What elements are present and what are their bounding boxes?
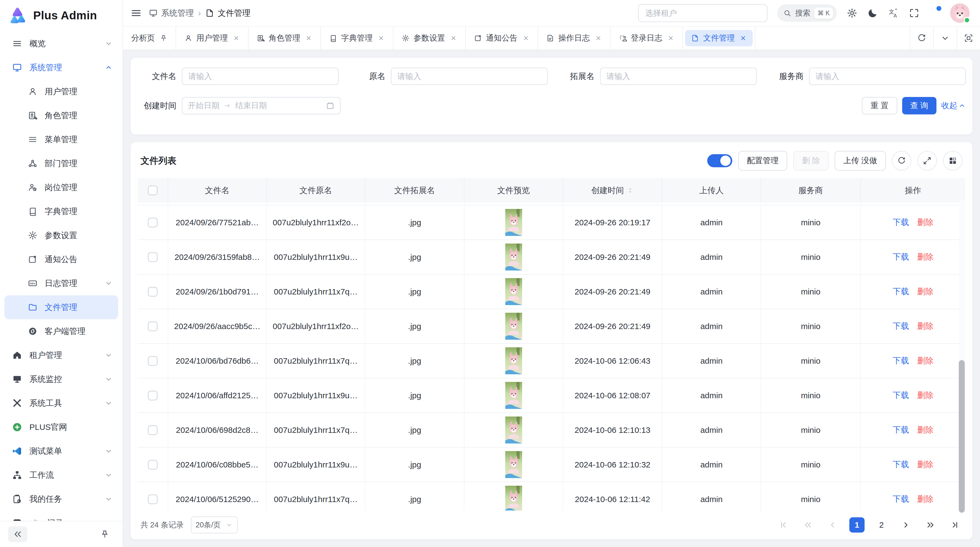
- page-tab[interactable]: 操作日志: [538, 27, 611, 49]
- download-link[interactable]: 下载: [892, 459, 909, 470]
- row-checkbox[interactable]: [148, 218, 158, 228]
- select-all-checkbox[interactable]: [148, 185, 158, 195]
- table-scrollbar-thumb[interactable]: [959, 360, 965, 513]
- delete-link[interactable]: 删除: [917, 217, 934, 228]
- sidebar-item[interactable]: 通知公告: [0, 247, 123, 271]
- column-header[interactable]: 上传人: [662, 178, 761, 203]
- file-preview-thumbnail[interactable]: [505, 244, 522, 271]
- tenant-select-input[interactable]: [638, 4, 767, 22]
- dark-mode-moon-icon[interactable]: [867, 8, 878, 19]
- page-tab[interactable]: 分析页: [123, 27, 176, 49]
- row-checkbox[interactable]: [148, 391, 158, 400]
- global-search-button[interactable]: 搜索 ⌘ K: [777, 4, 837, 22]
- sort-icon[interactable]: [627, 187, 634, 194]
- user-avatar[interactable]: [950, 3, 970, 23]
- pager-button[interactable]: 2: [874, 517, 889, 533]
- sidebar-item[interactable]: 参数设置: [0, 223, 123, 247]
- collapse-sidebar-button[interactable]: [8, 526, 27, 542]
- download-link[interactable]: 下载: [892, 217, 909, 228]
- filter-field-input[interactable]: [182, 67, 339, 85]
- delete-button[interactable]: 删 除: [793, 151, 829, 171]
- file-preview-thumbnail[interactable]: [505, 382, 522, 409]
- pin-icon[interactable]: [160, 34, 167, 42]
- refresh-tab-button[interactable]: [910, 27, 933, 49]
- column-header[interactable]: 创建时间: [563, 178, 662, 203]
- download-link[interactable]: 下载: [892, 355, 909, 367]
- file-preview-thumbnail[interactable]: [505, 313, 522, 340]
- sidebar-item[interactable]: 客户端管理: [0, 319, 123, 343]
- upload-button[interactable]: 上传 没做: [835, 151, 886, 171]
- page-tab[interactable]: 参数设置: [393, 27, 466, 49]
- sidebar-item[interactable]: 岗位管理: [0, 175, 123, 199]
- page-tab[interactable]: 文件管理: [683, 27, 756, 49]
- sidebar-item[interactable]: PLUS官网: [0, 415, 123, 439]
- language-translate-icon[interactable]: 文A: [888, 8, 899, 19]
- date-range-picker[interactable]: 开始日期 结束日期: [182, 97, 340, 115]
- download-link[interactable]: 下载: [892, 286, 909, 297]
- file-preview-thumbnail[interactable]: [505, 416, 522, 443]
- sidebar-item[interactable]: DEV 日志管理: [0, 271, 123, 295]
- delete-link[interactable]: 删除: [917, 459, 934, 470]
- pager-button[interactable]: [800, 517, 816, 533]
- pager-button[interactable]: [776, 517, 791, 533]
- pager-button[interactable]: [923, 517, 938, 533]
- sidebar-item[interactable]: 菜单管理: [0, 128, 123, 152]
- close-icon[interactable]: [450, 35, 457, 41]
- delete-link[interactable]: 删除: [917, 494, 934, 505]
- pin-sidebar-button[interactable]: [95, 526, 115, 542]
- close-icon[interactable]: [522, 35, 530, 41]
- file-preview-thumbnail[interactable]: [505, 347, 522, 374]
- reset-button[interactable]: 重 置: [862, 97, 897, 115]
- column-settings-button[interactable]: [943, 151, 963, 171]
- delete-link[interactable]: 删除: [917, 390, 934, 401]
- pager-button[interactable]: 1: [850, 517, 865, 533]
- sidebar-item[interactable]: 测试菜单: [0, 439, 123, 463]
- column-header[interactable]: 文件预览: [465, 178, 563, 203]
- row-checkbox[interactable]: [148, 321, 158, 331]
- close-icon[interactable]: [233, 35, 240, 41]
- sidebar-item[interactable]: 字典管理: [0, 199, 123, 223]
- collapse-filter-link[interactable]: 收起: [941, 100, 966, 111]
- download-link[interactable]: 下载: [892, 390, 909, 401]
- delete-link[interactable]: 删除: [917, 424, 934, 435]
- config-manage-button[interactable]: 配置管理: [738, 151, 787, 171]
- download-link[interactable]: 下载: [892, 424, 909, 435]
- row-checkbox[interactable]: [148, 460, 158, 470]
- row-checkbox[interactable]: [148, 287, 158, 297]
- sidebar-item[interactable]: 部门管理: [0, 152, 123, 175]
- filter-field-input[interactable]: [809, 67, 966, 85]
- download-link[interactable]: 下载: [892, 321, 909, 332]
- close-icon[interactable]: [377, 35, 385, 41]
- delete-link[interactable]: 删除: [917, 286, 934, 297]
- file-preview-thumbnail[interactable]: [505, 278, 522, 305]
- pager-button[interactable]: [947, 517, 963, 533]
- column-header[interactable]: 文件原名: [267, 178, 365, 203]
- sidebar-item[interactable]: 系统监控: [0, 367, 123, 391]
- sidebar-item[interactable]: 系统工具: [0, 391, 123, 415]
- sidebar-item[interactable]: 工作流: [0, 463, 123, 487]
- row-checkbox[interactable]: [148, 252, 158, 262]
- delete-link[interactable]: 删除: [917, 321, 934, 332]
- page-tab[interactable]: 字典管理: [321, 27, 393, 49]
- page-tab[interactable]: 角色管理: [248, 27, 321, 49]
- pager-button[interactable]: [825, 517, 840, 533]
- close-icon[interactable]: [667, 35, 674, 41]
- breadcrumb-item-system[interactable]: 系统管理: [149, 8, 194, 19]
- filter-field-input[interactable]: [600, 67, 757, 85]
- page-tab[interactable]: 用户管理: [176, 27, 248, 49]
- fullscreen-icon[interactable]: [909, 8, 920, 19]
- breadcrumb-item-files[interactable]: 文件管理: [205, 8, 250, 19]
- filter-field-input[interactable]: [391, 67, 548, 85]
- notifications-bell-icon[interactable]: [929, 8, 940, 19]
- file-preview-thumbnail[interactable]: [505, 209, 522, 236]
- hamburger-menu-icon[interactable]: [130, 7, 142, 19]
- download-link[interactable]: 下载: [892, 252, 909, 263]
- app-logo[interactable]: Plus Admin: [0, 0, 123, 29]
- column-header[interactable]: 文件名: [168, 178, 267, 203]
- row-checkbox[interactable]: [148, 356, 158, 366]
- maximize-content-button[interactable]: [956, 27, 980, 49]
- page-tab[interactable]: 登录日志: [611, 27, 683, 49]
- row-checkbox[interactable]: [148, 425, 158, 435]
- sidebar-item[interactable]: 文件管理: [4, 295, 118, 319]
- settings-gear-icon[interactable]: [846, 8, 858, 19]
